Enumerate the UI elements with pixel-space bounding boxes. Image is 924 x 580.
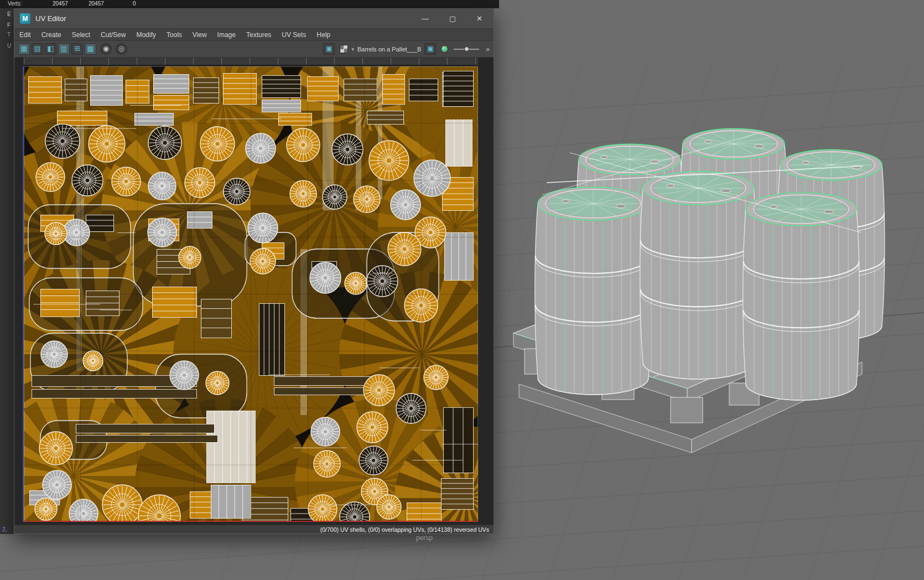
- left-panel-edge: E F T U 2,: [0, 8, 14, 534]
- material-sphere-icon[interactable]: [441, 45, 448, 53]
- clipped-label-t: T: [7, 32, 11, 38]
- clipped-label-e: E: [7, 11, 11, 17]
- image-dim-slider[interactable]: [454, 49, 479, 50]
- menu-item-create[interactable]: Create: [41, 31, 61, 39]
- stack-shells-icon[interactable]: ▤: [32, 43, 43, 55]
- checker-map-icon[interactable]: [340, 45, 348, 53]
- menu-item-modify[interactable]: Modify: [136, 31, 155, 39]
- uv-lattice-icon[interactable]: ◉: [100, 43, 112, 55]
- menu-item-view[interactable]: View: [193, 31, 207, 39]
- grid-display-icon[interactable]: ▥: [58, 43, 70, 55]
- top-ruler: [24, 58, 478, 65]
- uv-coordinate-readout: 2,: [2, 526, 7, 532]
- uv-shell-status: (0/700) UV shells, (0/0) overlapping UVs…: [320, 526, 489, 533]
- menu-item-tools[interactable]: Tools: [167, 31, 182, 39]
- maximize-button[interactable]: ▢: [449, 14, 456, 23]
- clipped-label-u: U: [7, 43, 11, 49]
- u-axis-line: [24, 521, 478, 522]
- baked-texture-icon[interactable]: ▣: [424, 43, 436, 55]
- menu-item-edit[interactable]: Edit: [19, 31, 31, 39]
- slider-knob[interactable]: [464, 46, 469, 51]
- verts-value-1: 20457: [53, 1, 68, 7]
- split-view-icon[interactable]: ◧: [45, 43, 56, 55]
- menu-item-cutsew[interactable]: Cut/Sew: [101, 31, 126, 39]
- menubar: Edit Create Select Cut/Sew Modify Tools …: [14, 29, 494, 41]
- tile-view-icon[interactable]: ▦: [18, 43, 30, 55]
- uv-texture-canvas[interactable]: [24, 66, 478, 522]
- minimize-button[interactable]: —: [422, 14, 429, 23]
- verts-value-3: 0: [133, 1, 136, 7]
- pixel-snap-icon[interactable]: ⊞: [71, 43, 83, 55]
- toolbar-overflow-chevron[interactable]: »: [486, 45, 490, 53]
- menu-item-select[interactable]: Select: [72, 31, 90, 39]
- heads-up-display: Verts: 20457 20457 0: [0, 0, 499, 8]
- camera-label: persp: [416, 534, 433, 542]
- menu-item-help[interactable]: Help: [316, 31, 330, 39]
- titlebar[interactable]: M UV Editor — ▢ ✕: [14, 9, 494, 29]
- image-display-icon[interactable]: ◎: [116, 43, 127, 55]
- toolbar: ▦ ▤ ◧ ▥ ⊞ ▩ ◉ ◎ ▣ ▾ Barrels on a Pallet_…: [14, 41, 494, 58]
- statusbar: (0/700) UV shells, (0/0) overlapping UVs…: [14, 525, 494, 534]
- verts-label: Verts:: [8, 1, 22, 7]
- texture-image-icon[interactable]: ▣: [323, 43, 335, 55]
- maya-app-icon: M: [20, 13, 30, 24]
- window-title: UV Editor: [35, 14, 422, 23]
- verts-value-2: 20457: [89, 1, 104, 7]
- shade-uvs-icon[interactable]: ▩: [85, 43, 96, 55]
- menu-item-uvsets[interactable]: UV Sets: [282, 31, 306, 39]
- caret-down-icon[interactable]: ▾: [351, 46, 354, 52]
- texture-name-dropdown[interactable]: Barrels on a Pallet___B: [357, 46, 422, 53]
- clipped-label-f: F: [7, 22, 11, 28]
- uv-canvas-area: [14, 58, 494, 525]
- menu-item-textures[interactable]: Textures: [246, 31, 271, 39]
- uv-editor-window: M UV Editor — ▢ ✕ Edit Create Select Cut…: [14, 8, 494, 534]
- menu-item-image[interactable]: Image: [217, 31, 236, 39]
- close-button[interactable]: ✕: [476, 14, 482, 23]
